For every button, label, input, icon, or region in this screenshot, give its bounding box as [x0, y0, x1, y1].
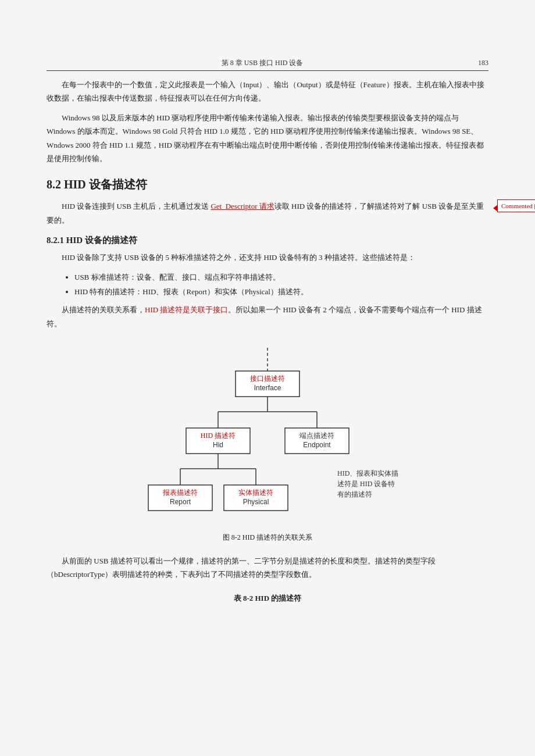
paragraph-2: Windows 98 以及后来版本的 HID 驱动程序使用中断传输来传递输入报表…: [47, 111, 488, 166]
page-container: 第 8 章 USB 接口 HID 设备 183 在每一个报表中的一个数值，定义此…: [0, 0, 535, 756]
page-header: 第 8 章 USB 接口 HID 设备 183: [47, 58, 488, 71]
svg-text:实体描述符: 实体描述符: [238, 488, 273, 497]
para-after-bullets: 从描述符的关联关系看，HID 描述符是关联于接口。所以如果一个 HID 设备有 …: [47, 303, 488, 330]
bullet-item-2: HID 特有的描述符：HID、报表（Report）和实体（Physical）描述…: [74, 285, 488, 298]
hid-descriptor-link: HID 描述符是关联于接口: [145, 305, 228, 314]
diagram-container: 接口描述符 Interface HID 描述符 Hid 端点描述符 Endpoi…: [105, 342, 430, 543]
svg-text:述符是 HID 设备特: 述符是 HID 设备特: [337, 480, 395, 488]
section-8-2-1-intro: HID 设备除了支持 USB 设备的 5 种标准描述符之外，还支持 HID 设备…: [47, 251, 488, 264]
bullet-list: USB 标准描述符：设备、配置、接口、端点和字符串描述符。 HID 特有的描述符…: [74, 270, 488, 299]
section-8-2-intro-wrapper: HID 设备连接到 USB 主机后，主机通过发送 Get_Descriptor …: [47, 199, 488, 227]
get-descriptor-link: Get_Descriptor 请求: [211, 202, 274, 211]
section-8-2-title: 8.2 HID 设备描述符: [47, 177, 488, 192]
para-after-diagram: 从前面的 USB 描述符可以看出一个规律，描述符的第一、二字节分别是描述符的长度…: [47, 554, 488, 582]
svg-text:Hid: Hid: [213, 441, 223, 449]
page-content: 第 8 章 USB 接口 HID 设备 183 在每一个报表中的一个数值，定义此…: [47, 0, 488, 633]
svg-text:报表描述符: 报表描述符: [162, 488, 198, 497]
svg-text:Physical: Physical: [243, 498, 269, 506]
bullet-item-1: USB 标准描述符：设备、配置、接口、端点和字符串描述符。: [74, 270, 488, 284]
section-8-2-1-title: 8.2.1 HID 设备的描述符: [47, 235, 488, 246]
svg-text:端点描述符: 端点描述符: [299, 432, 334, 440]
diagram-caption: 图 8-2 HID 描述符的关联关系: [105, 533, 430, 543]
svg-text:有的描述符: 有的描述符: [337, 490, 372, 498]
section-8-2-intro: HID 设备连接到 USB 主机后，主机通过发送 Get_Descriptor …: [47, 199, 488, 227]
table-title: 表 8-2 HID 的描述符: [47, 593, 488, 604]
comment-bubble: Commented [w1]:: [497, 199, 535, 212]
hid-diagram: 接口描述符 Interface HID 描述符 Hid 端点描述符 Endpoi…: [128, 342, 407, 528]
svg-text:HID 描述符: HID 描述符: [201, 432, 236, 440]
svg-text:接口描述符: 接口描述符: [250, 375, 285, 383]
svg-text:Endpoint: Endpoint: [303, 441, 331, 449]
comment-label: Commented [w1]:: [501, 202, 535, 209]
paragraph-1: 在每一个报表中的一个数值，定义此报表是一个输入（Input）、输出（Output…: [47, 78, 488, 105]
svg-text:Report: Report: [170, 498, 191, 506]
svg-text:Interface: Interface: [254, 384, 281, 392]
page-number: 183: [478, 59, 488, 67]
svg-text:HID、报表和实体描: HID、报表和实体描: [337, 469, 398, 477]
chapter-title: 第 8 章 USB 接口 HID 设备: [47, 58, 478, 68]
